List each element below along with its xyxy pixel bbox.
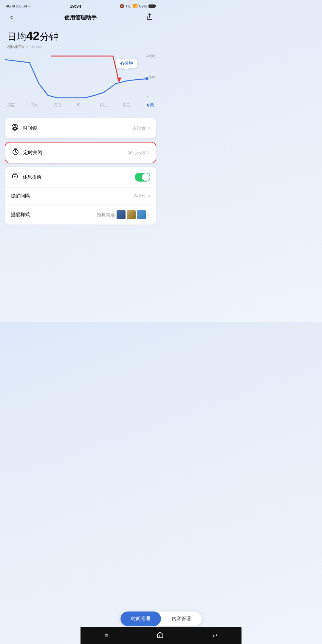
share-button[interactable] bbox=[144, 13, 155, 22]
time-lock-icon bbox=[11, 123, 19, 133]
thumb-3 bbox=[137, 210, 146, 219]
chart-x-labels: 周五 周六 周日 周一 周二 周三 今天 bbox=[5, 101, 156, 108]
time-lock-card: 时间锁 去设置 > bbox=[5, 118, 156, 138]
battery-text: 89% bbox=[139, 4, 147, 8]
x-label-tue: 周二 bbox=[100, 103, 108, 108]
percent-value: 2600% bbox=[30, 45, 42, 49]
comparison-label: 相比前7天 bbox=[7, 44, 25, 49]
status-bar: 4G ıll 3.6K/s ··· 19:34 🔕 HD 📶 89% bbox=[0, 0, 161, 11]
x-label-sun: 周日 bbox=[53, 103, 61, 108]
rest-reminder-card: 休息提醒 提醒间隔 8小时 > 提醒样式 随机精选 bbox=[5, 167, 156, 225]
alarm-icon: 🔕 bbox=[120, 4, 124, 8]
interval-label: 提醒间隔 bbox=[11, 193, 30, 199]
y-label-4h: 4小时 bbox=[146, 54, 156, 59]
stats-sub: 相比前7天 ↑ 2600% bbox=[7, 44, 154, 49]
rest-reminder-left: 休息提醒 bbox=[11, 172, 42, 182]
toggle-knob bbox=[142, 173, 150, 181]
x-label-sat: 周六 bbox=[30, 103, 38, 108]
stats-suffix: 分钟 bbox=[40, 31, 59, 42]
status-right: 🔕 HD 📶 89% bbox=[120, 4, 155, 8]
back-button[interactable]: < bbox=[6, 14, 17, 21]
timer-close-icon bbox=[11, 148, 20, 157]
time-lock-left: 时间锁 bbox=[11, 123, 37, 133]
chart-tooltip: 49分钟 bbox=[116, 59, 137, 68]
svg-marker-6 bbox=[117, 78, 122, 82]
wifi-icon: 📶 bbox=[133, 4, 138, 8]
battery-icon bbox=[148, 4, 155, 8]
svg-point-11 bbox=[15, 128, 15, 129]
x-label-today: 今天 bbox=[146, 103, 154, 108]
timer-close-right: 00:14:46 > bbox=[128, 150, 150, 155]
trend-arrow: ↑ bbox=[27, 45, 28, 49]
thumb-1 bbox=[117, 210, 126, 219]
chart-y-labels: 4小时 2小时 0 bbox=[146, 54, 156, 100]
time-lock-chevron: > bbox=[148, 126, 150, 131]
style-label: 提醒样式 bbox=[11, 212, 30, 218]
y-label-0: 0 bbox=[146, 96, 156, 100]
style-chevron: > bbox=[148, 212, 150, 217]
reminder-style-row[interactable]: 提醒样式 随机精选 > bbox=[5, 205, 156, 225]
rest-reminder-label: 休息提醒 bbox=[23, 174, 42, 180]
timer-close-label: 定时关闭 bbox=[23, 150, 42, 156]
timer-close-left: 定时关闭 bbox=[11, 148, 42, 157]
interval-left: 提醒间隔 bbox=[11, 193, 30, 199]
style-prefix: 随机精选 bbox=[97, 212, 115, 218]
cards-section: 时间锁 去设置 > 定时关闭 bbox=[0, 113, 161, 228]
x-label-fri: 周五 bbox=[7, 103, 15, 108]
rest-reminder-icon bbox=[11, 172, 19, 182]
time-lock-right: 去设置 > bbox=[132, 126, 150, 131]
x-label-wed: 周三 bbox=[123, 103, 131, 108]
reminder-interval-row[interactable]: 提醒间隔 8小时 > bbox=[5, 187, 156, 205]
chart-section: 4小时 2小时 0 49分钟 周五 周六 周日 周一 周二 周三 今天 bbox=[0, 54, 161, 113]
timer-close-chevron: > bbox=[147, 150, 150, 155]
time-lock-row[interactable]: 时间锁 去设置 > bbox=[5, 118, 156, 138]
y-label-2h: 2小时 bbox=[146, 75, 156, 80]
timer-close-value: 00:14:46 bbox=[128, 150, 145, 155]
thumb-2 bbox=[127, 210, 136, 219]
rest-reminder-toggle[interactable] bbox=[135, 173, 150, 182]
hd-badge: HD bbox=[126, 4, 131, 8]
stats-prefix: 日均 bbox=[7, 31, 26, 42]
rest-reminder-row[interactable]: 休息提醒 bbox=[5, 167, 156, 187]
svg-point-15 bbox=[14, 176, 16, 177]
rest-reminder-toggle-container[interactable] bbox=[135, 173, 150, 182]
stats-section: 日均42分钟 相比前7天 ↑ 2600% bbox=[0, 26, 161, 51]
status-time: 19:34 bbox=[70, 4, 81, 9]
interval-right: 8小时 > bbox=[134, 193, 150, 199]
time-lock-label: 时间锁 bbox=[23, 125, 37, 131]
x-label-mon: 周一 bbox=[77, 103, 84, 108]
interval-value: 8小时 bbox=[134, 193, 145, 199]
style-right: 随机精选 > bbox=[97, 210, 150, 219]
timer-close-row[interactable]: 定时关闭 00:14:46 > bbox=[5, 143, 156, 163]
style-thumbnails bbox=[117, 210, 146, 219]
style-left: 提醒样式 bbox=[11, 212, 30, 218]
status-left: 4G ıll 3.6K/s ··· bbox=[6, 4, 31, 8]
stats-main: 日均42分钟 bbox=[7, 29, 154, 43]
nav-bar: < 使用管理助手 bbox=[0, 11, 161, 26]
stats-value: 42 bbox=[26, 29, 40, 42]
timer-close-card[interactable]: 定时关闭 00:14:46 > bbox=[5, 142, 156, 163]
interval-chevron: > bbox=[148, 193, 150, 199]
page-title: 使用管理助手 bbox=[64, 14, 97, 21]
signal-text: 4G ıll 3.6K/s ··· bbox=[6, 4, 31, 8]
time-lock-action: 去设置 bbox=[132, 126, 146, 131]
